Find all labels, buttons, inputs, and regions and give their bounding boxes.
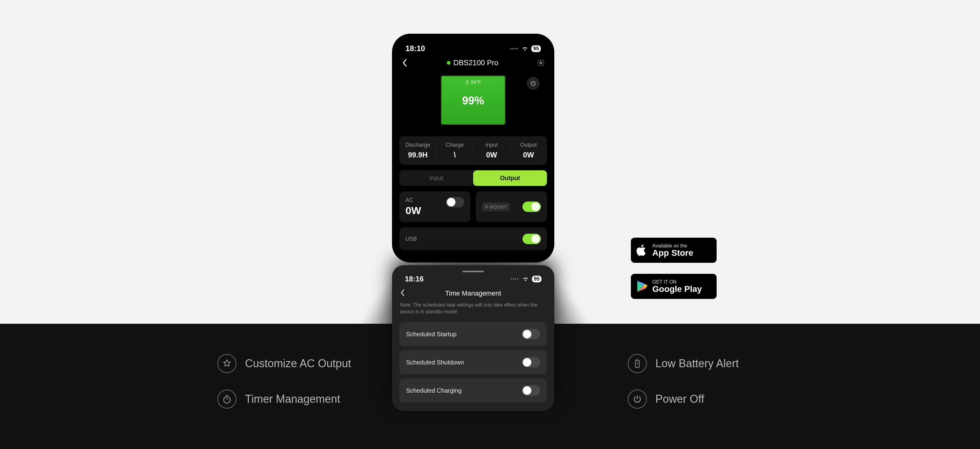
pboost-toggle[interactable]	[522, 202, 541, 212]
scheduled-charging-row: Scheduled Charging	[399, 379, 547, 403]
battery-pill: 95	[531, 45, 541, 52]
phone-main-frame: 18:10 •••• 95 DBS2100 Pro 84°F 99%	[392, 34, 554, 263]
stat-label: Output	[510, 142, 547, 148]
scheduled-charging-label: Scheduled Charging	[406, 387, 461, 394]
stat-input: Input 0W	[473, 142, 510, 159]
thermometer-icon	[465, 80, 469, 85]
sheet-note: Note: The scheduled task settings will o…	[399, 302, 547, 318]
app-store-badge[interactable]: Available on the App Store	[631, 238, 717, 263]
svg-point-0	[540, 62, 542, 64]
feature-label: Customize AC Output	[245, 357, 351, 370]
ac-label: AC	[406, 197, 421, 203]
back-chevron-icon[interactable]	[401, 59, 409, 67]
sheet-header: Time Management	[399, 283, 547, 302]
scheduled-shutdown-label: Scheduled Shutdown	[406, 359, 464, 366]
ac-value: 0W	[406, 205, 421, 217]
app-store-line2: App Store	[652, 249, 694, 257]
stat-output: Output 0W	[510, 142, 547, 159]
stat-discharge: Discharge 99.9H	[399, 142, 436, 159]
svg-point-1	[224, 396, 230, 403]
back-chevron-icon[interactable]	[401, 290, 405, 298]
sheet-time: 18:16	[405, 275, 423, 283]
ac-pboost-row: AC 0W P-BOOST	[399, 191, 547, 222]
device-title: DBS2100 Pro	[447, 59, 499, 67]
sheet-title: Time Management	[445, 290, 501, 298]
stat-value: 0W	[473, 151, 510, 159]
stat-value: 99.9H	[399, 151, 436, 159]
usb-toggle[interactable]	[522, 234, 541, 244]
feature-label: Power Off	[655, 393, 704, 406]
google-play-line2: Google Play	[652, 285, 702, 293]
power-button[interactable]	[527, 77, 539, 90]
sheet-status-icons: •••• 95	[511, 275, 541, 282]
feature-power-off: Power Off	[628, 390, 704, 409]
stat-label: Discharge	[399, 142, 436, 148]
segment-output-button[interactable]: Output	[473, 170, 547, 186]
stat-value: \	[436, 151, 474, 159]
scheduled-startup-label: Scheduled Startup	[406, 331, 457, 338]
wifi-icon	[522, 46, 528, 51]
stat-value: 0W	[510, 151, 547, 159]
feature-label: Timer Management	[245, 393, 340, 406]
temperature-value: 84°F	[471, 80, 481, 85]
scheduled-charging-toggle[interactable]	[522, 385, 540, 396]
segment-input-button[interactable]: Input	[399, 170, 473, 186]
pboost-tag: P-BOOST	[482, 202, 510, 211]
wifi-icon	[522, 277, 529, 282]
stat-label: Charge	[436, 142, 474, 148]
cellular-dots-icon: ••••	[510, 46, 519, 51]
temperature-readout: 84°F	[465, 80, 481, 85]
pboost-card: P-BOOST	[476, 191, 547, 222]
status-icons: •••• 95	[510, 45, 541, 52]
feature-timer-management: Timer Management	[218, 390, 340, 409]
google-play-icon	[636, 280, 648, 293]
ac-toggle[interactable]	[446, 197, 464, 207]
scheduled-startup-row: Scheduled Startup	[399, 322, 547, 346]
cellular-dots-icon: ••••	[511, 277, 519, 282]
sheet-drag-handle[interactable]	[463, 271, 484, 272]
usb-card: USB	[399, 228, 547, 250]
scheduled-startup-toggle[interactable]	[522, 329, 540, 339]
feature-label: Low Battery Alert	[655, 357, 739, 370]
stat-charge: Charge \	[436, 142, 474, 159]
battery-pill: 95	[532, 275, 541, 282]
stopwatch-icon	[218, 390, 236, 409]
usb-label: USB	[406, 236, 417, 242]
feature-low-battery-alert: Low Battery Alert	[628, 354, 739, 373]
ac-card: AC 0W	[399, 191, 470, 222]
apple-icon	[636, 244, 648, 257]
device-name: DBS2100 Pro	[453, 59, 499, 67]
sheet-status-bar: 18:16 •••• 95	[399, 275, 547, 283]
state-of-charge: 99%	[462, 94, 484, 107]
power-icon	[628, 390, 647, 409]
battery-alert-icon	[628, 354, 647, 373]
stats-card: Discharge 99.9H Charge \ Input 0W Output…	[399, 136, 547, 165]
settings-gear-icon[interactable]	[536, 58, 546, 68]
scheduled-shutdown-toggle[interactable]	[522, 357, 540, 368]
device-battery-graphic: 84°F 99%	[441, 76, 505, 125]
app-header: DBS2100 Pro	[399, 56, 547, 73]
feature-customize-ac: Customize AC Output	[218, 354, 351, 373]
google-play-badge[interactable]: GET IT ON Google Play	[631, 274, 717, 299]
online-status-dot-icon	[447, 61, 450, 65]
device-visual-row: 84°F 99%	[399, 76, 547, 128]
scheduled-shutdown-row: Scheduled Shutdown	[399, 350, 547, 374]
time-management-sheet: 18:16 •••• 95 Time Management Note: The …	[392, 265, 554, 411]
power-icon	[530, 80, 536, 86]
stat-label: Input	[473, 142, 510, 148]
io-segment-control: Input Output	[399, 170, 547, 186]
phone-status-bar: 18:10 •••• 95	[399, 43, 547, 56]
star-icon	[218, 354, 236, 373]
phone-time: 18:10	[406, 44, 425, 53]
